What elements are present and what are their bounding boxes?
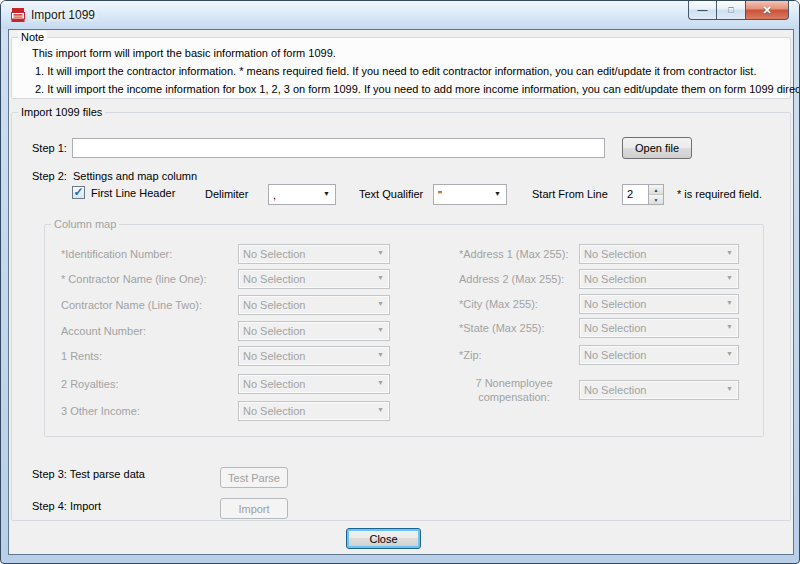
stepper-up-button[interactable]: ▲ (649, 185, 663, 195)
chevron-down-icon: ▼ (323, 190, 330, 197)
start-from-line-label: Start From Line (532, 188, 608, 201)
contractor-name-two-select[interactable]: No Selection ▼ (238, 295, 390, 315)
field-value: No Selection (584, 384, 646, 396)
field-value: No Selection (584, 322, 646, 334)
field-label: 1 Rents: (61, 350, 102, 363)
text-qualifier-label: Text Qualifier (359, 188, 423, 201)
zip-select[interactable]: No Selection ▼ (579, 345, 739, 365)
chevron-down-icon: ▼ (726, 299, 733, 306)
step2-label: Step 2: Settings and map column (32, 170, 197, 183)
field-value: No Selection (243, 273, 305, 285)
field-label: *Zip: (459, 349, 482, 362)
field-label: *Address 1 (Max 255): (459, 248, 568, 261)
column-map-group-title: Column map (51, 218, 119, 230)
app-icon (10, 7, 26, 23)
other-income-select[interactable]: No Selection ▼ (238, 401, 390, 421)
titlebar[interactable]: Import 1099 — □ ✕ (1, 1, 799, 29)
chevron-down-icon: ▼ (726, 323, 733, 330)
window-title: Import 1099 (31, 8, 95, 22)
spinner-up-icon: ▲ (654, 187, 659, 193)
chevron-down-icon: ▼ (726, 385, 733, 392)
step3-label: Step 3: Test parse data (32, 468, 145, 481)
open-file-button-label: Open file (635, 142, 679, 154)
close-icon: ✕ (762, 4, 771, 17)
field-label: Address 2 (Max 255): (459, 273, 564, 286)
start-from-line-stepper[interactable]: 2 ▲ ▼ (622, 184, 664, 205)
field-label: *State (Max 255): (459, 322, 545, 335)
account-number-select[interactable]: No Selection ▼ (238, 321, 390, 341)
note-group-title: Note (18, 31, 47, 43)
chevron-down-icon: ▼ (494, 190, 501, 197)
nonemployee-compensation-select[interactable]: No Selection ▼ (579, 380, 739, 400)
import-1099-dialog: Import 1099 — □ ✕ Note This import form … (0, 0, 800, 564)
chevron-down-icon: ▼ (377, 406, 384, 413)
chevron-down-icon: ▼ (377, 379, 384, 386)
chevron-down-icon: ▼ (377, 351, 384, 358)
step4-label: Step 4: Import (32, 500, 101, 513)
maximize-button[interactable]: □ (717, 1, 745, 20)
close-button-label: Close (369, 533, 397, 545)
field-label: 7 Nonemployee compensation: (458, 376, 570, 404)
checkbox-check-icon: ✓ (73, 185, 83, 199)
import-files-group: Import 1099 files Step 1: Open file Step… (11, 112, 791, 521)
contractor-name-one-select[interactable]: No Selection ▼ (238, 269, 390, 289)
field-value: No Selection (243, 299, 305, 311)
delimiter-select[interactable]: , ▼ (268, 184, 336, 205)
chevron-down-icon: ▼ (726, 274, 733, 281)
open-file-button[interactable]: Open file (622, 137, 692, 159)
chevron-down-icon: ▼ (377, 249, 384, 256)
royalties-select[interactable]: No Selection ▼ (238, 374, 390, 394)
chevron-down-icon: ▼ (726, 249, 733, 256)
import-button[interactable]: Import (220, 498, 288, 519)
chevron-down-icon: ▼ (377, 326, 384, 333)
import-button-label: Import (238, 503, 269, 515)
first-line-header-label[interactable]: First Line Header (91, 187, 175, 200)
first-line-header-checkbox[interactable]: ✓ (72, 186, 85, 199)
chevron-down-icon: ▼ (726, 350, 733, 357)
address1-select[interactable]: No Selection ▼ (579, 244, 739, 264)
field-label: * Contractor Name (line One): (61, 273, 207, 286)
identification-number-select[interactable]: No Selection ▼ (238, 244, 390, 264)
column-map-group: Column map *Identification Number: No Se… (44, 224, 764, 437)
note-line-1: This import form will import the basic i… (32, 47, 336, 60)
field-value: No Selection (243, 248, 305, 260)
close-button[interactable]: Close (346, 528, 421, 549)
field-value: No Selection (584, 349, 646, 361)
field-value: No Selection (584, 273, 646, 285)
chevron-down-icon: ▼ (377, 300, 384, 307)
field-label: 3 Other Income: (61, 405, 140, 418)
note-group: Note This import form will import the ba… (11, 37, 791, 99)
field-value: No Selection (243, 405, 305, 417)
rents-select[interactable]: No Selection ▼ (238, 346, 390, 366)
address2-select[interactable]: No Selection ▼ (579, 269, 739, 289)
required-field-note: * is required field. (677, 188, 762, 201)
field-value: No Selection (243, 350, 305, 362)
import-files-group-title: Import 1099 files (18, 106, 105, 118)
stepper-down-button[interactable]: ▼ (649, 195, 663, 204)
field-value: No Selection (243, 325, 305, 337)
city-select[interactable]: No Selection ▼ (579, 294, 739, 314)
field-value: No Selection (584, 298, 646, 310)
state-select[interactable]: No Selection ▼ (579, 318, 739, 338)
close-window-button[interactable]: ✕ (745, 1, 789, 20)
minimize-button[interactable]: — (688, 1, 717, 20)
test-parse-button-label: Test Parse (228, 472, 280, 484)
note-line-3: 2. It will import the income information… (35, 83, 800, 96)
test-parse-button[interactable]: Test Parse (220, 467, 288, 488)
text-qualifier-value: " (438, 189, 442, 201)
minimize-icon: — (698, 5, 708, 16)
file-path-input[interactable] (72, 138, 605, 158)
field-label: *City (Max 255): (459, 298, 538, 311)
window-controls: — □ ✕ (688, 1, 789, 20)
spinner-down-icon: ▼ (654, 197, 659, 203)
field-label: *Identification Number: (61, 248, 172, 261)
field-label: 2 Royalties: (61, 378, 118, 391)
field-label: Account Number: (61, 325, 146, 338)
chevron-down-icon: ▼ (377, 274, 384, 281)
stepper-buttons: ▲ ▼ (648, 185, 663, 204)
step1-label: Step 1: (32, 142, 67, 155)
note-line-2: 1. It will import the contractor informa… (35, 65, 756, 78)
text-qualifier-select[interactable]: " ▼ (433, 184, 507, 205)
field-label: Contractor Name (Line Two): (61, 299, 202, 312)
start-from-line-value: 2 (627, 188, 633, 200)
